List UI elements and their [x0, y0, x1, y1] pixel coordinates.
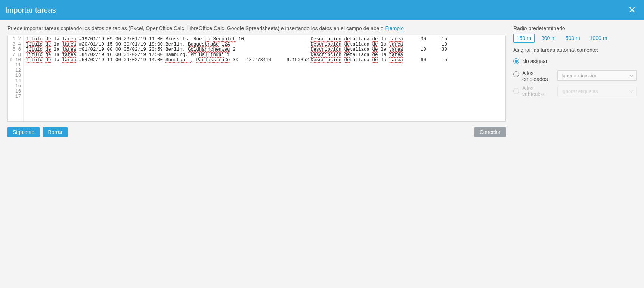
button-row: Siguiente Borrar Cancelar — [7, 127, 506, 137]
radius-option[interactable]: 300 m — [538, 34, 559, 42]
radio-icon[interactable] — [513, 71, 519, 77]
paste-textarea[interactable]: Título de la tarea #129/01/19 09:0029/01… — [24, 35, 505, 121]
assign-option-employees[interactable]: A los empleados Ignorar dirección — [513, 70, 637, 82]
code-line: Título de la tarea #301/02/19 00:0005/02… — [26, 47, 503, 52]
left-column: Puede importar tareas copiando los datos… — [7, 25, 506, 137]
vehicle-select[interactable]: Ignorar etiquetas — [557, 86, 637, 96]
modal-title: Importar tareas — [5, 6, 56, 15]
example-link[interactable]: Ejemplo — [385, 25, 404, 31]
assign-option-none[interactable]: No asignar — [513, 56, 637, 66]
line-gutter: 1 2 3 4 5 6 7 8 9 10 11 12 13 14 15 16 1… — [8, 35, 24, 121]
close-icon[interactable] — [628, 4, 637, 16]
code-line: Título de la tarea #504/02/19 11:0004/02… — [26, 57, 503, 63]
code-line: Título de la tarea #401/02/19 16:0001/02… — [26, 52, 503, 57]
radio-icon[interactable] — [513, 58, 519, 64]
radius-option[interactable]: 150 m — [513, 34, 535, 43]
intro-text: Puede importar tareas copiando los datos… — [7, 25, 506, 31]
next-button[interactable]: Siguiente — [7, 127, 40, 137]
radio-icon[interactable] — [513, 88, 519, 94]
assign-option-vehicles[interactable]: A los vehículos Ignorar etiquetas — [513, 86, 637, 96]
radius-option[interactable]: 1000 m — [587, 34, 610, 42]
right-column: Radio predeterminado 150 m300 m500 m1000… — [513, 25, 637, 137]
modal-body: Puede importar tareas copiando los datos… — [0, 20, 644, 143]
radius-label: Radio predeterminado — [513, 25, 637, 31]
modal-header: Importar tareas — [0, 0, 644, 20]
paste-editor[interactable]: 1 2 3 4 5 6 7 8 9 10 11 12 13 14 15 16 1… — [7, 35, 506, 122]
assign-label: Asignar las tareas automáticamente: — [513, 47, 637, 53]
code-line: Título de la tarea #129/01/19 09:0029/01… — [26, 37, 503, 42]
clear-button[interactable]: Borrar — [43, 127, 68, 137]
cancel-button[interactable]: Cancelar — [474, 127, 506, 137]
employee-direction-select[interactable]: Ignorar dirección — [557, 70, 637, 81]
code-line: Título de la tarea #230/01/19 15:0030/01… — [26, 42, 503, 47]
import-tasks-modal: Importar tareas Puede importar tareas co… — [0, 0, 644, 143]
radius-option[interactable]: 500 m — [563, 34, 583, 42]
radius-option-group: 150 m300 m500 m1000 m — [513, 34, 637, 43]
